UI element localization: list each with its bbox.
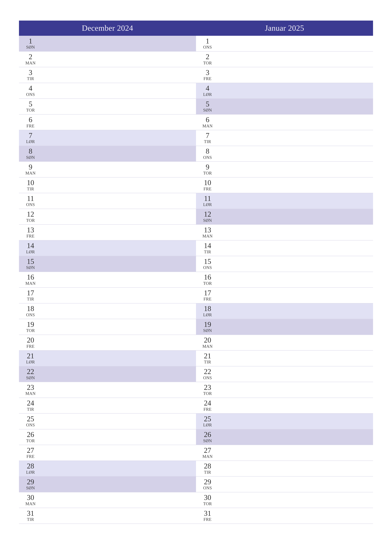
day-note-area: [40, 83, 196, 99]
day-row: 27FRE: [19, 445, 196, 461]
day-note-area: [40, 398, 196, 413]
day-note-area: [40, 414, 196, 429]
day-note-area: [40, 429, 196, 445]
day-label: 25LØR: [196, 414, 217, 429]
day-row: 23MAN: [19, 382, 196, 398]
day-weekday-abbr: MAN: [22, 502, 39, 506]
day-row: 11ONS: [19, 193, 196, 209]
day-label: 11ONS: [19, 193, 40, 209]
day-weekday-abbr: SØN: [22, 45, 39, 50]
day-label: 20MAN: [196, 335, 217, 351]
day-number: 25: [199, 415, 216, 423]
day-row: 23TOR: [196, 382, 373, 398]
day-weekday-abbr: SØN: [199, 438, 216, 443]
day-note-area: [40, 177, 196, 193]
day-weekday-abbr: MAN: [22, 171, 39, 175]
day-row: 19SØN: [196, 319, 373, 335]
day-number: 12: [22, 210, 39, 218]
day-number: 25: [22, 415, 39, 423]
day-number: 17: [22, 289, 39, 297]
day-weekday-abbr: SØN: [199, 108, 216, 113]
day-number: 22: [22, 368, 39, 375]
day-number: 17: [199, 289, 216, 297]
day-weekday-abbr: SØN: [199, 328, 216, 333]
day-weekday-abbr: FRE: [199, 187, 216, 191]
day-weekday-abbr: FRE: [22, 344, 39, 349]
day-number: 4: [22, 85, 39, 92]
day-note-area: [217, 67, 373, 83]
day-note-area: [217, 130, 373, 146]
day-label: 27FRE: [19, 445, 40, 460]
day-number: 18: [22, 305, 39, 313]
day-number: 13: [199, 226, 216, 234]
day-note-area: [217, 414, 373, 429]
day-label: 19SØN: [196, 319, 217, 335]
day-label: 28LØR: [19, 461, 40, 476]
day-note-area: [40, 162, 196, 177]
day-note-area: [40, 256, 196, 272]
day-number: 5: [22, 100, 39, 108]
day-weekday-abbr: TOR: [22, 108, 39, 113]
day-row: 17TIR: [19, 288, 196, 303]
day-weekday-abbr: MAN: [199, 234, 216, 239]
day-note-area: [217, 83, 373, 99]
month-column-januar: Januar 2025 1ONS2TOR3FRE4LØR5SØN6MAN7TIR…: [196, 21, 373, 524]
day-number: 3: [22, 69, 39, 76]
day-note-area: [40, 445, 196, 460]
month-column-december: December 2024 1SØN2MAN3TIR4ONS5TOR6FRE7L…: [19, 21, 196, 524]
day-weekday-abbr: ONS: [199, 45, 216, 50]
day-note-area: [217, 429, 373, 445]
day-weekday-abbr: FRE: [199, 76, 216, 81]
day-weekday-abbr: TIR: [22, 297, 39, 301]
day-row: 5TOR: [19, 99, 196, 115]
day-weekday-abbr: SØN: [22, 155, 39, 160]
day-note-area: [217, 272, 373, 287]
day-label: 7LØR: [19, 130, 40, 146]
day-number: 30: [199, 494, 216, 501]
day-note-area: [217, 398, 373, 413]
day-label: 27MAN: [196, 445, 217, 460]
day-row: 14TIR: [196, 241, 373, 256]
day-note-area: [40, 351, 196, 366]
day-row: 4LØR: [196, 83, 373, 99]
day-note-area: [40, 36, 196, 51]
day-row: 15SØN: [19, 256, 196, 272]
day-label: 13MAN: [196, 225, 217, 240]
day-label: 30MAN: [19, 492, 40, 508]
day-number: 21: [22, 352, 39, 360]
day-label: 29ONS: [196, 476, 217, 492]
day-row: 15ONS: [196, 256, 373, 272]
day-label: 14TIR: [196, 241, 217, 256]
day-label: 26TOR: [19, 429, 40, 445]
day-row: 12TOR: [19, 209, 196, 225]
day-row: 10TIR: [19, 177, 196, 193]
day-row: 21LØR: [19, 351, 196, 366]
day-note-area: [217, 351, 373, 366]
day-label: 24FRE: [196, 398, 217, 413]
day-weekday-abbr: SØN: [199, 218, 216, 223]
day-label: 3TIR: [19, 67, 40, 83]
day-row: 27MAN: [196, 445, 373, 461]
day-row: 29SØN: [19, 476, 196, 492]
day-number: 26: [199, 431, 216, 438]
day-label: 10TIR: [19, 177, 40, 193]
day-label: 17FRE: [196, 288, 217, 303]
day-weekday-abbr: MAN: [22, 281, 39, 286]
day-note-area: [40, 225, 196, 240]
day-weekday-abbr: TOR: [199, 281, 216, 286]
day-weekday-abbr: LØR: [199, 423, 216, 427]
day-weekday-abbr: FRE: [199, 517, 216, 522]
day-note-area: [217, 319, 373, 335]
day-label: 23MAN: [19, 382, 40, 398]
day-note-area: [40, 115, 196, 130]
day-row: 2MAN: [19, 51, 196, 67]
day-label: 20FRE: [19, 335, 40, 351]
day-label: 18LØR: [196, 303, 217, 319]
day-row: 7TIR: [196, 130, 373, 146]
day-number: 21: [199, 352, 216, 360]
month-days-list: 1SØN2MAN3TIR4ONS5TOR6FRE7LØR8SØN9MAN10TI…: [19, 36, 196, 524]
day-label: 24TIR: [19, 398, 40, 413]
day-label: 12SØN: [196, 209, 217, 225]
day-label: 1ONS: [196, 36, 217, 51]
day-weekday-abbr: TIR: [22, 76, 39, 81]
